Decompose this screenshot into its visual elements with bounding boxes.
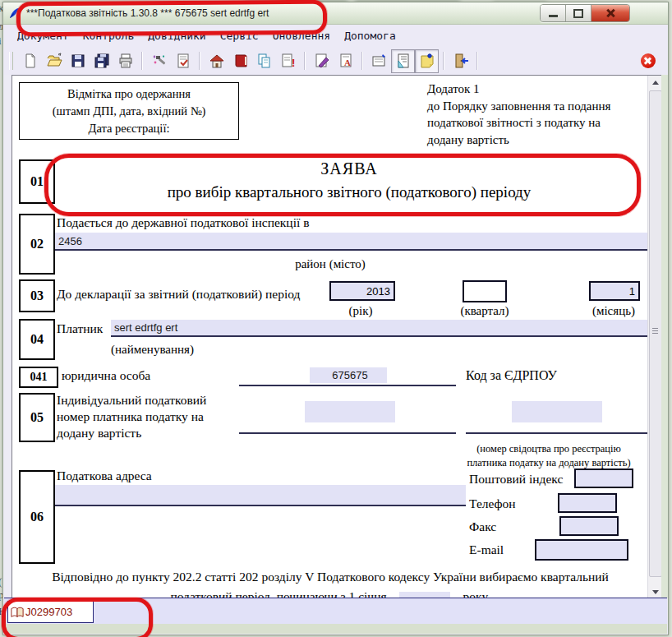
- minimize-button[interactable]: [541, 5, 566, 21]
- payer-name-input[interactable]: sert edrtfg ert: [111, 320, 651, 337]
- sign-document-icon: [314, 53, 330, 69]
- year-input[interactable]: 2013: [329, 281, 395, 301]
- scroll-up-button[interactable]: [648, 76, 662, 90]
- properties-button[interactable]: [367, 49, 391, 73]
- menu-control[interactable]: Контроль: [78, 27, 140, 44]
- handbook-button[interactable]: [228, 49, 252, 73]
- email-label: E-mail: [469, 542, 504, 557]
- form-title: ЗАЯВА про вибір квартального звітного (п…: [62, 159, 637, 201]
- properties-icon: [371, 53, 388, 69]
- row-01-number: 01: [19, 159, 55, 204]
- save-all-button[interactable]: [90, 49, 113, 73]
- row-05-number: 05: [19, 393, 55, 442]
- row-05-label-line3: додану вартість: [57, 425, 206, 441]
- edrpou-input[interactable]: 675675: [310, 367, 387, 383]
- copy-button[interactable]: [252, 49, 276, 73]
- phone-label: Телефон: [469, 496, 516, 511]
- month-caption: (місяць): [581, 304, 647, 318]
- vertical-scrollbar[interactable]: [647, 76, 662, 599]
- toolbar-separator: [304, 52, 306, 70]
- minimize-icon: [549, 15, 558, 17]
- row-06-number: 06: [19, 470, 55, 564]
- new-document-button[interactable]: [18, 49, 42, 73]
- close-icon: [605, 8, 615, 18]
- receipt-line3: Дата реєстрації:: [89, 120, 170, 137]
- notes-icon: [419, 53, 435, 69]
- form-title-line2: про вибір квартального звітного (податко…: [62, 183, 637, 201]
- inspection-input[interactable]: 2456: [55, 233, 651, 251]
- notes-button[interactable]: [415, 49, 439, 73]
- print-button[interactable]: [113, 49, 137, 73]
- scrollbar-grip: [652, 328, 658, 334]
- open-folder-button[interactable]: [42, 49, 66, 73]
- vat-number-underline: [239, 414, 456, 434]
- quarter-input[interactable]: [463, 280, 507, 302]
- document-alert-icon: !: [280, 53, 297, 69]
- appendix-line2: до Порядку заповнення та подання: [427, 98, 610, 115]
- document-tab[interactable]: J0299703: [7, 601, 94, 623]
- menu-bar: Документ Контроль Довідники Сервіс Оновл…: [4, 25, 667, 47]
- toolbar-separator: [476, 52, 478, 70]
- screenshot-root: кді (рН ***Податкова звітність 1.30.8 **…: [0, 0, 672, 637]
- verify-button[interactable]: [147, 49, 171, 73]
- print-icon: [117, 53, 134, 69]
- preview-button[interactable]: [391, 49, 415, 73]
- document-tab-label: J0299703: [25, 606, 72, 618]
- toolbar-separator: [199, 52, 200, 70]
- menu-update[interactable]: Оновлення: [268, 27, 335, 44]
- save-button[interactable]: [66, 49, 90, 73]
- row-04-number: 04: [19, 319, 55, 360]
- maximize-icon: [573, 9, 583, 18]
- close-button[interactable]: [591, 5, 629, 21]
- save-icon: [70, 53, 86, 69]
- exit-button[interactable]: [449, 49, 472, 73]
- menu-service[interactable]: Сервіс: [215, 27, 264, 44]
- home-button[interactable]: [205, 49, 228, 73]
- receipt-stamp-box: Відмітка про одержання (штамп ДПІ, дата,…: [19, 82, 239, 140]
- postal-input[interactable]: [574, 469, 633, 488]
- fax-input[interactable]: [559, 516, 619, 536]
- email-input[interactable]: [535, 539, 628, 561]
- svg-text:!: !: [292, 57, 295, 69]
- appendix-note: Додаток 1 до Порядку заповнення та подан…: [427, 81, 610, 148]
- menu-directories[interactable]: Довідники: [143, 27, 210, 44]
- new-document-icon: [22, 53, 39, 69]
- toolbar: ! A: [4, 47, 667, 75]
- menu-help[interactable]: Допомога: [339, 27, 401, 44]
- phone-input[interactable]: [558, 493, 617, 513]
- tax-form: Відмітка про одержання (штамп ДПІ, дата,…: [12, 76, 648, 599]
- app-quill-icon: [7, 7, 21, 21]
- appendix-line1: Додаток 1: [427, 81, 610, 98]
- spell-document-button[interactable]: A: [334, 49, 357, 73]
- row-041-label: юридична особа: [62, 368, 150, 383]
- home-icon: [209, 53, 225, 69]
- document-alert-button[interactable]: !: [276, 49, 300, 73]
- check-document-button[interactable]: [171, 49, 195, 73]
- scrollbar-thumb[interactable]: [649, 90, 662, 577]
- open-folder-icon: [46, 53, 62, 69]
- row-03-label: До декларації за звітний (податковий) пе…: [57, 287, 300, 302]
- title-bar[interactable]: ***Податкова звітність 1.30.8 *** 675675…: [3, 2, 668, 25]
- row-041-number: 041: [19, 367, 58, 388]
- row-02-caption: район (місто): [12, 257, 648, 271]
- maximize-button[interactable]: [566, 5, 591, 21]
- toolbar-grip[interactable]: [9, 52, 13, 70]
- row-04-caption: (найменування): [111, 343, 194, 357]
- close-form-button[interactable]: [641, 53, 656, 68]
- certificate-caption: (номер свідоцтва про реєстрацію платника…: [440, 442, 658, 470]
- close-form-icon: [643, 56, 653, 66]
- quarter-caption: (квартал): [448, 304, 522, 318]
- month-input[interactable]: 1: [589, 281, 640, 301]
- row-05-label: Індивідуальний податковий номер платника…: [57, 392, 206, 441]
- tax-address-input[interactable]: [55, 485, 466, 506]
- save-all-icon: [94, 53, 110, 69]
- document-form-area: Відмітка про одержання (штамп ДПІ, дата,…: [12, 75, 663, 600]
- receipt-line2: (штамп ДПІ, дата, вхідний №): [53, 103, 206, 120]
- menu-document[interactable]: Документ: [12, 27, 74, 44]
- appendix-line3: податкової звітності з податку на: [427, 114, 610, 132]
- appendix-line4: додану вартість: [427, 132, 610, 149]
- row-03-number: 03: [19, 279, 55, 312]
- spell-document-icon: A: [338, 53, 354, 69]
- check-document-icon: [175, 53, 191, 69]
- sign-document-button[interactable]: [310, 49, 334, 73]
